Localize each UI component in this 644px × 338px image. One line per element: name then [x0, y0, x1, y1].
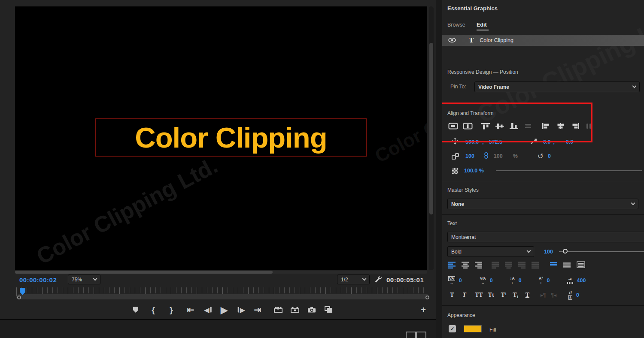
chevron-down-icon [362, 277, 367, 281]
active-tab-underline [477, 30, 489, 30]
scale-height-value[interactable]: 100 [494, 153, 503, 159]
font-style-dropdown[interactable]: Bold [447, 246, 534, 257]
zoom-bar-right-handle[interactable] [425, 296, 429, 299]
chevron-down-icon [93, 277, 97, 281]
visibility-eye-icon[interactable] [448, 36, 456, 44]
tab-width-value[interactable]: 400 [577, 278, 586, 284]
baseline-shift-value[interactable]: 0 [547, 278, 550, 284]
justify-last-center-button[interactable] [505, 261, 513, 270]
go-to-out-icon: ⇥ [254, 305, 261, 314]
superscript-button[interactable]: T¹ [501, 292, 507, 299]
go-to-out-button[interactable]: ⇥ [254, 305, 261, 314]
settings-wrench-icon[interactable] [374, 275, 382, 285]
export-frame-button[interactable] [308, 307, 316, 313]
program-monitor-panel: Color Clipping Ltd. Color Clipping Ltd. … [0, 0, 436, 338]
video-viewport[interactable]: Color Clipping Ltd. Color Clipping Ltd. … [15, 6, 427, 270]
premiere-pro-workspace: Color Clipping Ltd. Color Clipping Ltd. … [0, 0, 644, 338]
watermark-text: Color Clipping Ltd. [32, 152, 222, 269]
all-caps-button[interactable]: TT [475, 292, 483, 299]
rotation-icon[interactable]: ↺ [538, 153, 544, 160]
button-editor-add-button[interactable]: + [421, 305, 426, 314]
panel-title: Essential Graphics [447, 5, 498, 12]
opacity-checkerboard-icon[interactable] [452, 168, 458, 174]
fill-color-swatch[interactable] [464, 325, 482, 332]
opacity-slider[interactable] [496, 170, 642, 171]
text-align-left-button[interactable] [448, 261, 456, 270]
vertical-align-center-button[interactable] [563, 262, 571, 270]
vertical-align-top-button[interactable] [550, 262, 558, 270]
font-size-value[interactable]: 100 [544, 249, 553, 255]
graphic-title-text[interactable]: Color Clipping [135, 121, 327, 154]
timeline-zoom-bar[interactable] [16, 294, 429, 299]
vertical-scrollbar-thumb[interactable] [429, 43, 433, 214]
opacity-value[interactable]: 100.0 % [464, 168, 484, 174]
lift-button[interactable] [274, 307, 283, 313]
chevron-down-icon [632, 84, 637, 88]
section-divider [442, 182, 644, 182]
master-styles-value: None [451, 201, 464, 207]
mark-out-button[interactable]: } [170, 306, 173, 314]
vertical-align-bottom-button[interactable] [577, 261, 585, 270]
font-family-dropdown[interactable]: Montserrat [447, 232, 644, 242]
tab-width-icon[interactable]: ⇥ [567, 278, 573, 284]
lift-icon [274, 307, 283, 313]
text-align-right-button[interactable] [475, 261, 483, 270]
step-back-button[interactable]: ◀ [204, 307, 212, 313]
leading-value[interactable]: 0 [519, 278, 522, 284]
fill-checkbox[interactable]: ✓ [449, 325, 456, 332]
go-to-in-button[interactable]: ⇤ [187, 305, 194, 314]
justify-last-left-button[interactable] [492, 261, 499, 270]
zoom-level-dropdown[interactable]: 75% [68, 275, 100, 284]
text-layer-icon: T [469, 36, 474, 45]
play-button[interactable]: ▶ [221, 305, 228, 314]
link-scale-icon[interactable] [484, 152, 489, 160]
layer-row[interactable]: T Color Clipping [442, 35, 644, 46]
pin-to-dropdown[interactable]: Video Frame [474, 81, 640, 92]
extract-button[interactable] [291, 307, 300, 313]
font-size-slider-knob[interactable] [563, 249, 568, 254]
extract-icon [291, 307, 300, 313]
appearance-heading: Appearance [447, 312, 475, 318]
step-back-bar [210, 307, 211, 313]
rtl-paragraph-icon[interactable]: ¶◂ [551, 292, 556, 298]
faux-italic-button[interactable]: T [462, 292, 466, 299]
text-selection-bounding-box[interactable]: Color Clipping [95, 118, 367, 157]
lower-panel-strip [0, 319, 436, 338]
kerning-icon[interactable]: V∕A↔ [480, 277, 486, 285]
master-styles-dropdown[interactable]: None [447, 199, 638, 209]
baseline-shift-icon[interactable]: Aª↕ [539, 277, 543, 285]
current-timecode[interactable]: 00:00:00:02 [19, 276, 57, 284]
zoom-bar-left-handle[interactable] [17, 296, 21, 299]
scale-width-value[interactable]: 100 [465, 153, 474, 159]
mark-in-button[interactable]: { [152, 306, 155, 314]
scale-icon[interactable] [452, 153, 459, 160]
justify-last-right-button[interactable] [518, 261, 526, 270]
leading-icon[interactable]: ↕A↕ [510, 277, 515, 285]
font-style-value: Bold [451, 249, 462, 255]
tracking-value[interactable]: 0 [459, 278, 462, 284]
add-marker-button[interactable] [133, 307, 138, 313]
tracking-icon[interactable]: VA↔ [448, 276, 455, 285]
kerning-value[interactable]: 0 [490, 278, 493, 284]
rotation-value[interactable]: 0 [548, 153, 551, 159]
comparison-view-button[interactable] [325, 306, 333, 313]
subscript-button[interactable]: T₁ [513, 292, 519, 299]
text-align-center-button[interactable] [462, 261, 469, 270]
justify-all-button[interactable] [532, 261, 539, 270]
plus-icon: + [421, 305, 426, 314]
underline-button[interactable]: T [526, 292, 529, 299]
step-forward-button[interactable]: ▶ [238, 307, 245, 313]
tsume-icon[interactable]: ⇄a [568, 291, 572, 300]
master-styles-heading: Master Styles [447, 187, 479, 193]
font-size-slider[interactable] [559, 251, 644, 252]
playback-resolution-dropdown[interactable]: 1/2 [337, 275, 370, 284]
tsume-value[interactable]: 0 [576, 292, 579, 298]
small-caps-button[interactable]: Tt [488, 292, 494, 299]
tab-browse[interactable]: Browse [447, 22, 465, 28]
step-forward-icon: ▶ [240, 307, 245, 313]
fill-label: Fill [489, 327, 496, 333]
horizontal-scrollbar-thumb[interactable] [15, 271, 273, 274]
tab-edit[interactable]: Edit [477, 22, 487, 28]
faux-bold-button[interactable]: T [450, 292, 454, 299]
ltr-paragraph-icon[interactable]: ▸¶ [541, 292, 546, 298]
